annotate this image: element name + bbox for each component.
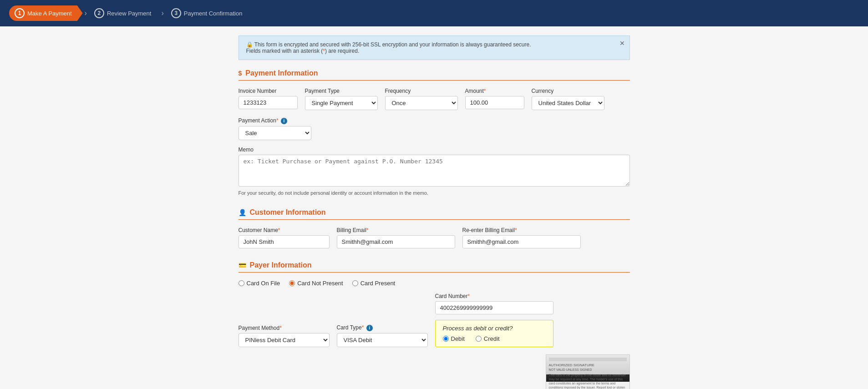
debit-radio-label[interactable]: Debit xyxy=(443,335,465,342)
credit-radio[interactable] xyxy=(476,336,482,342)
debit-radio[interactable] xyxy=(443,336,449,342)
memo-label: Memo xyxy=(239,147,630,153)
step-1-number: 1 xyxy=(15,8,25,18)
card-not-present-radio[interactable] xyxy=(289,280,295,286)
step-3-label: Payment Confirmation xyxy=(184,10,243,17)
customer-info-row: Customer Name* Billing Email* Re-enter B… xyxy=(239,227,630,248)
step-2[interactable]: 2 Review Payment xyxy=(89,5,160,21)
step-2-number: 2 xyxy=(94,8,104,18)
alert-message: This form is encrypted and secured with … xyxy=(254,41,531,48)
customer-name-input[interactable] xyxy=(239,235,330,248)
payment-info-row-1: Invoice Number Payment Type Single Payme… xyxy=(239,88,630,140)
security-alert: 🔒 This form is encrypted and secured wit… xyxy=(239,35,630,60)
main-container: 🔒 This form is encrypted and secured wit… xyxy=(229,26,639,389)
step-1[interactable]: 1 Make A Payment xyxy=(9,5,83,21)
card-image-area: AUTHORIZED SIGNATURE NOT VALID UNLESS SI… xyxy=(546,354,630,389)
card-on-file-label: Card On File xyxy=(247,280,280,287)
payment-action-label: Payment Action* i xyxy=(239,117,311,124)
card-number-group: Card Number* xyxy=(435,293,553,314)
dollar-icon: $ xyxy=(239,70,242,77)
card-present-radio-label[interactable]: Card Present xyxy=(352,280,396,287)
frequency-select[interactable]: Once Weekly Monthly xyxy=(385,96,458,110)
payment-info-header: $ Payment Information xyxy=(239,69,630,81)
payer-info-title: Payer Information xyxy=(250,261,312,269)
alert-subtext: Fields marked with an asterisk (*) are r… xyxy=(246,48,360,54)
memo-row: Memo For your security, do not include p… xyxy=(239,147,630,196)
currency-group: Currency United States Dollar Euro GBP xyxy=(532,88,604,110)
billing-email-input[interactable] xyxy=(337,235,455,248)
payment-type-label: Payment Type xyxy=(305,88,378,94)
close-alert-button[interactable]: ✕ xyxy=(619,40,625,47)
card-type-select[interactable]: VISA Debit Mastercard Discover xyxy=(337,333,428,347)
billing-email-group: Billing Email* xyxy=(337,227,455,248)
card-type-group: Card Type* i VISA Debit Mastercard Disco… xyxy=(337,324,428,347)
step-2-label: Review Payment xyxy=(107,10,152,17)
card-number-label: Card Number* xyxy=(435,293,553,299)
customer-name-label: Customer Name* xyxy=(239,227,330,233)
invoice-number-label: Invoice Number xyxy=(239,88,298,94)
step-nav: 1 Make A Payment › 2 Review Payment › 3 … xyxy=(0,0,868,26)
payment-method-select[interactable]: PINless Debit Card Credit Card xyxy=(239,333,330,347)
card-type-info-icon[interactable]: i xyxy=(366,325,373,331)
re-billing-email-label: Re-enter Billing Email* xyxy=(462,227,581,233)
amount-label: Amount* xyxy=(465,88,524,94)
payment-action-info-icon[interactable]: i xyxy=(281,118,287,124)
payment-type-select[interactable]: Single Payment Recurring xyxy=(305,96,378,110)
payment-info-section: $ Payment Information Invoice Number Pay… xyxy=(239,69,630,196)
customer-info-header: 👤 Customer Information xyxy=(239,208,630,220)
step-sep-1: › xyxy=(85,9,87,17)
amount-input[interactable] xyxy=(465,96,524,109)
payment-action-group: Payment Action* i Sale Authorization xyxy=(239,117,311,140)
currency-select[interactable]: United States Dollar Euro GBP xyxy=(532,96,604,110)
step-sep-2: › xyxy=(161,9,163,17)
billing-email-label: Billing Email* xyxy=(337,227,455,233)
card-not-present-label: Card Not Present xyxy=(297,280,343,287)
payment-method-group: Payment Method* PINless Debit Card Credi… xyxy=(239,325,330,347)
re-billing-email-group: Re-enter Billing Email* xyxy=(462,227,581,248)
lock-icon: 🔒 xyxy=(246,41,253,48)
card-image-placeholder: AUTHORIZED SIGNATURE NOT VALID UNLESS SI… xyxy=(546,355,629,389)
card-number-input[interactable] xyxy=(435,301,553,314)
credit-label: Credit xyxy=(484,335,500,342)
debit-credit-options: Debit Credit xyxy=(443,335,546,342)
amount-group: Amount* xyxy=(465,88,524,110)
payment-type-group: Payment Type Single Payment Recurring xyxy=(305,88,378,110)
customer-info-section: 👤 Customer Information Customer Name* Bi… xyxy=(239,208,630,248)
frequency-label: Frequency xyxy=(385,88,458,94)
card-on-file-radio-label[interactable]: Card On File xyxy=(239,280,280,287)
memo-security-note: For your security, do not include person… xyxy=(239,190,630,196)
payer-type-radio-group: Card On File Card Not Present Card Prese… xyxy=(239,280,630,287)
invoice-number-group: Invoice Number xyxy=(239,88,298,110)
credit-radio-label[interactable]: Credit xyxy=(476,335,500,342)
payer-info-section: 💳 Payer Information Card On File Card No… xyxy=(239,261,630,389)
memo-textarea[interactable] xyxy=(239,155,630,187)
card-present-label: Card Present xyxy=(360,280,396,287)
card-icon: 💳 xyxy=(239,262,246,269)
frequency-group: Frequency Once Weekly Monthly xyxy=(385,88,458,110)
payment-action-select[interactable]: Sale Authorization xyxy=(239,126,311,140)
memo-group: Memo For your security, do not include p… xyxy=(239,147,630,196)
card-not-present-radio-label[interactable]: Card Not Present xyxy=(289,280,343,287)
payer-method-row: Payment Method* PINless Debit Card Credi… xyxy=(239,293,630,389)
step-3-number: 3 xyxy=(171,8,181,18)
card-present-radio[interactable] xyxy=(352,280,358,286)
re-billing-email-input[interactable] xyxy=(462,235,581,248)
card-on-file-radio[interactable] xyxy=(239,280,244,286)
debit-credit-box: Process as debit or credit? Debit Credit xyxy=(435,320,553,347)
person-icon: 👤 xyxy=(239,209,246,216)
debit-credit-title: Process as debit or credit? xyxy=(443,325,546,332)
customer-info-title: Customer Information xyxy=(250,208,326,217)
debit-label: Debit xyxy=(451,335,465,342)
customer-name-group: Customer Name* xyxy=(239,227,330,248)
step-3[interactable]: 3 Payment Confirmation xyxy=(166,5,251,21)
payment-info-title: Payment Information xyxy=(245,69,318,77)
payer-info-header: 💳 Payer Information xyxy=(239,261,630,273)
currency-label: Currency xyxy=(532,88,604,94)
step-1-label: Make A Payment xyxy=(27,10,72,17)
card-type-label: Card Type* i xyxy=(337,324,428,331)
payment-method-label: Payment Method* xyxy=(239,325,330,331)
invoice-number-input[interactable] xyxy=(239,96,298,109)
